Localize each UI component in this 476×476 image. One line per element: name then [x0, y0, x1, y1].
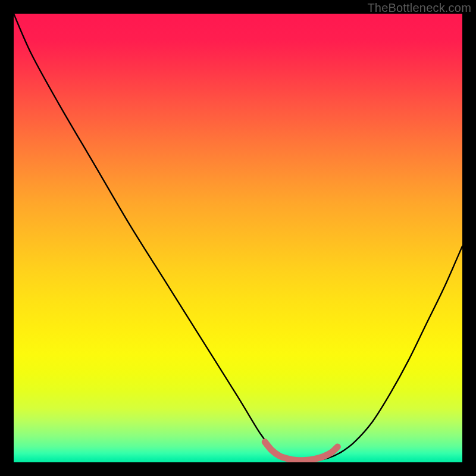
optimal-range-segment	[265, 442, 337, 461]
chart-frame: TheBottleneck.com	[0, 0, 476, 476]
plot-area	[14, 14, 462, 462]
bottleneck-curve	[14, 14, 462, 461]
curve-overlay	[14, 14, 462, 462]
watermark-text: TheBottleneck.com	[367, 1, 471, 15]
